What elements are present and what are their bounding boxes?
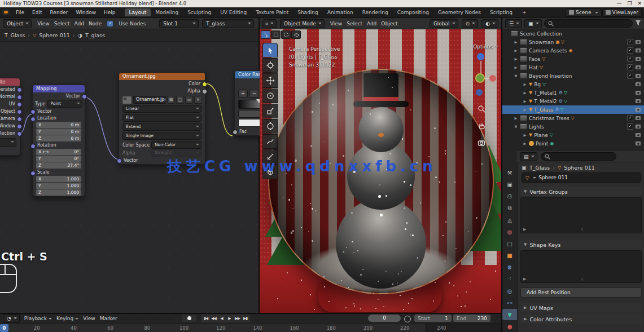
ramp-add-button[interactable]: + xyxy=(238,90,248,98)
vector-socket[interactable] xyxy=(17,131,22,136)
node-image-texture[interactable]: Ornament.jpg Color Alpha Ornament.jpg ▤ … xyxy=(119,72,205,165)
render-visibility-icon[interactable] xyxy=(635,99,642,104)
shader-type-dropdown[interactable]: Object xyxy=(3,19,32,28)
workspace-tab-sculpting[interactable]: Sculpting xyxy=(183,8,216,16)
value-field-scale-y[interactable]: Y1.000 xyxy=(36,183,81,189)
expander-icon[interactable]: ▼ xyxy=(514,125,518,129)
output-reflection[interactable]: Reflection xyxy=(0,130,20,137)
scale-tool[interactable] xyxy=(262,104,278,118)
workspace-tab-animation[interactable]: Animation xyxy=(323,8,358,16)
outliner-row-t_metal1[interactable]: ▶▼T_Metal1⚙▽ xyxy=(502,88,644,97)
auto-keying-icon[interactable] xyxy=(404,316,411,322)
timeline-menu-marker[interactable]: Marker xyxy=(98,316,120,321)
vector-socket[interactable] xyxy=(82,94,87,99)
workspace-tab-compositing[interactable]: Compositing xyxy=(393,8,433,16)
render-visibility-icon[interactable] xyxy=(635,48,642,53)
workspace-tab-rendering[interactable]: Rendering xyxy=(358,8,393,16)
render-visibility-icon[interactable] xyxy=(635,107,642,112)
image-dropdown-single-image[interactable]: Single Image xyxy=(122,132,201,140)
workspace-tab-modeling[interactable]: Modeling xyxy=(151,8,183,16)
color-ramp-gradient[interactable] xyxy=(238,100,260,109)
ramp-color-swatch[interactable] xyxy=(238,119,260,127)
vertex-groups-list[interactable]: ▶ ⠿ xyxy=(520,197,642,233)
vector-socket[interactable] xyxy=(17,95,22,100)
render-visibility-icon[interactable] xyxy=(635,141,642,146)
properties-tab-output[interactable]: ⎙ xyxy=(502,191,517,202)
render-visibility-icon[interactable] xyxy=(635,90,642,95)
move-tool[interactable] xyxy=(262,73,278,88)
navigation-gizmo[interactable] xyxy=(471,52,497,182)
resize-grip-icon[interactable]: ▶ xyxy=(523,227,526,232)
image-name-field[interactable]: Ornament.jpg xyxy=(133,96,166,104)
slot-dropdown[interactable]: Slot 1 xyxy=(159,19,199,28)
value-field-rotation-x[interactable]: X ⟷0° xyxy=(36,149,81,155)
outliner-row-christmas-trees[interactable]: ▶Christmas Trees▽✓ xyxy=(502,114,644,122)
snow-globe[interactable] xyxy=(268,69,494,294)
shape-keys-list[interactable]: ▶ ⠿ xyxy=(520,250,642,283)
cursor-tool[interactable] xyxy=(262,58,278,73)
render-visibility-icon[interactable] xyxy=(635,82,642,87)
viewport-menu-add[interactable]: Add xyxy=(365,21,379,26)
expander-icon[interactable]: ▶ xyxy=(514,65,518,70)
properties-tab-world[interactable]: ◍ xyxy=(502,226,517,237)
value-field-location-z[interactable]: Z0 m xyxy=(36,135,81,141)
image-dropdown-flat[interactable]: Flat xyxy=(122,114,201,122)
menu-edit[interactable]: Edit xyxy=(28,9,46,16)
value-field-scale-x[interactable]: X1.000 xyxy=(36,176,81,182)
exclude-checkbox[interactable]: ✓ xyxy=(627,39,633,45)
drag-grip-icon[interactable]: ⠿ xyxy=(581,277,584,281)
value-field-location-x[interactable]: X0 m xyxy=(36,122,81,128)
breadcrumb-object[interactable]: T_Glass xyxy=(529,165,550,171)
viewport-menu-view[interactable]: View xyxy=(328,21,344,26)
output-generated[interactable]: Generated xyxy=(0,86,20,93)
outliner-row-point[interactable]: ▶Point◉ xyxy=(502,139,644,148)
orientation-dropdown[interactable]: Global xyxy=(430,19,458,28)
snap-dropdown[interactable]: ⊙ xyxy=(462,19,479,28)
expander-icon[interactable]: ▶ xyxy=(523,108,527,112)
node-color-ramp[interactable]: Color Ramp + − Fac xyxy=(234,70,260,136)
node-mapping[interactable]: Mapping Vector Type Point Vector Locatio… xyxy=(32,85,85,197)
axis-z-neg-handle[interactable] xyxy=(476,89,483,96)
breadcrumb-mesh[interactable]: Sphere 011 xyxy=(39,32,70,38)
resize-grip-icon[interactable]: ▶ xyxy=(523,277,526,281)
tweak-mode-button[interactable] xyxy=(261,30,270,39)
exclude-checkbox[interactable]: ✓ xyxy=(627,73,633,79)
properties-tab-modifiers[interactable]: ⚙ xyxy=(502,262,517,273)
outliner-filter-type-dropdown[interactable]: ▣ xyxy=(524,19,542,28)
playhead[interactable]: 0 xyxy=(0,324,8,332)
add-rest-position-button[interactable]: Add Rest Position xyxy=(520,287,642,298)
color-space-dropdown[interactable]: Non-Color xyxy=(151,141,201,149)
timeline-menu-keying[interactable]: Keying xyxy=(54,316,81,321)
properties-search[interactable] xyxy=(541,152,616,161)
workspace-tab-scripting[interactable]: Scripting xyxy=(485,8,517,16)
timeline-editor-type-dropdown[interactable]: ◔ xyxy=(3,314,20,323)
select-box-mode-button[interactable] xyxy=(271,30,281,39)
outliner-display-mode-dropdown[interactable]: ☰ xyxy=(505,19,522,28)
color-socket[interactable] xyxy=(202,82,207,87)
vector-socket[interactable] xyxy=(17,87,22,92)
outliner-row-face[interactable]: ▶Face▽✓ xyxy=(502,55,644,63)
image-open-button[interactable]: ▭ xyxy=(185,96,193,104)
record-button[interactable] xyxy=(182,315,196,322)
vector-socket[interactable] xyxy=(117,158,122,163)
viewport-menu-select[interactable]: Select xyxy=(344,21,365,26)
viewlayer-selector[interactable]: ViewLayer xyxy=(602,8,642,17)
jump-to-end-button[interactable]: ▶▮ xyxy=(242,315,249,322)
breadcrumb-material[interactable]: T_glass xyxy=(85,32,105,38)
node-title[interactable]: Color Ramp xyxy=(235,71,260,78)
expander-icon[interactable]: ▼ xyxy=(514,74,518,78)
expander-icon[interactable]: ▶ xyxy=(523,133,527,138)
image-thumbnail-icon[interactable] xyxy=(122,96,132,104)
outliner-row-plane[interactable]: ▶▼Plane▽ xyxy=(502,131,644,139)
workspace-tab-layout[interactable]: Layout xyxy=(125,8,151,16)
menu-render[interactable]: Render xyxy=(46,9,72,16)
timeline-menu-playback[interactable]: Playback xyxy=(22,316,54,321)
jump-to-start-button[interactable]: ▮◀ xyxy=(202,315,209,322)
render-visibility-icon[interactable] xyxy=(635,124,642,129)
play-button[interactable]: ▶ xyxy=(226,315,233,322)
exclude-checkbox[interactable]: ✓ xyxy=(627,115,633,121)
image-dropdown-extend[interactable]: Extend xyxy=(122,123,201,131)
frame-end-field[interactable]: End230 xyxy=(453,315,490,322)
ramp-interpolation-dropdown[interactable] xyxy=(238,110,260,118)
blender-logo-icon[interactable] xyxy=(2,10,10,15)
